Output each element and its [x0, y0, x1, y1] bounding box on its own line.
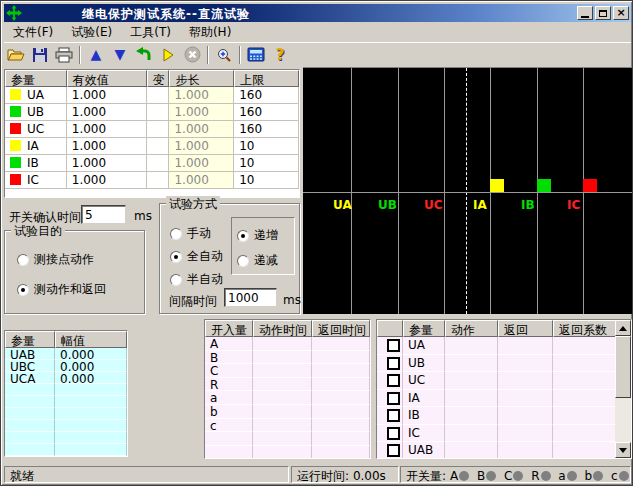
column-header: 参量	[403, 320, 445, 337]
param-limit-cell[interactable]: 160	[234, 121, 299, 138]
result-checkbox-uab[interactable]	[387, 444, 400, 457]
param-step-cell[interactable]: 1.000	[169, 155, 234, 172]
direction-option-0-radio[interactable]	[237, 230, 249, 242]
param-change-cell[interactable]	[147, 104, 170, 121]
param-value-cell[interactable]: 1.000	[67, 104, 147, 121]
undo-button[interactable]	[132, 44, 156, 66]
table-row: UAB	[377, 442, 631, 459]
status-bar: 就绪 运行时间: 0.00s 开关量: A B C R a b c	[4, 463, 631, 484]
param-value-cell[interactable]: 1.000	[67, 138, 147, 155]
help-button[interactable]: ?	[268, 44, 292, 66]
column-header: 参量	[5, 331, 55, 348]
mode-option-2-radio[interactable]	[170, 274, 182, 286]
menu-item-3[interactable]: 帮助(H)	[180, 22, 240, 43]
mode-option-1[interactable]: 全自动	[170, 248, 223, 265]
param-color-swatch	[10, 157, 21, 168]
save-button[interactable]	[28, 44, 52, 66]
table-row: A	[205, 337, 370, 351]
direction-option-1[interactable]: 递减	[237, 252, 278, 269]
table-row: B	[205, 351, 370, 365]
mode-option-0[interactable]: 手动	[170, 225, 211, 242]
param-limit-cell[interactable]: 10	[234, 172, 299, 189]
param-value-cell[interactable]: 1.000	[67, 121, 147, 138]
param-change-cell[interactable]	[147, 121, 170, 138]
app-icon[interactable]	[6, 5, 22, 21]
switch-label: 开关量:	[406, 469, 446, 483]
param-change-cell[interactable]	[147, 172, 170, 189]
step-down-button[interactable]: ▼	[108, 44, 132, 66]
table-row: UC	[377, 372, 631, 390]
close-button[interactable]: ×	[613, 6, 629, 20]
menu-item-1[interactable]: 试验(E)	[62, 22, 121, 43]
direction-group: 递增递减	[231, 217, 295, 275]
input-name-cell: c	[205, 419, 253, 433]
return-time-cell	[312, 419, 370, 433]
vertical-scrollbar[interactable]	[615, 320, 631, 458]
param-change-cell[interactable]	[147, 87, 170, 104]
table-row: UBC0.000	[5, 360, 127, 372]
param-value-cell[interactable]: 1.000	[67, 87, 147, 104]
open-button[interactable]	[4, 44, 28, 66]
param-step-cell[interactable]: 1.000	[169, 172, 234, 189]
purpose-option-1-radio[interactable]	[17, 284, 29, 296]
interval-input[interactable]	[224, 288, 277, 307]
param-step-cell[interactable]: 1.000	[169, 121, 234, 138]
result-checkbox-ia[interactable]	[387, 392, 400, 405]
scroll-up-button[interactable]	[615, 320, 631, 336]
param-change-cell[interactable]	[147, 155, 170, 172]
test-purpose-group: 试验目的 测接点动作测动作和返回	[4, 230, 145, 314]
step-up-button[interactable]: ▲	[84, 44, 108, 66]
test-chart: UAUBUCIAIBIC	[303, 67, 632, 314]
result-checkbox-ub[interactable]	[387, 357, 400, 370]
empty-cell	[55, 432, 127, 444]
print-button[interactable]	[52, 44, 76, 66]
stop-button[interactable]	[180, 44, 204, 66]
direction-option-1-radio[interactable]	[237, 255, 249, 267]
result-checkbox-ua[interactable]	[387, 339, 400, 352]
mode-option-0-radio[interactable]	[170, 228, 182, 240]
param-change-cell[interactable]	[147, 138, 170, 155]
confirm-time-input[interactable]	[81, 205, 126, 224]
run-button[interactable]	[156, 44, 180, 66]
minimize-button[interactable]	[577, 6, 593, 20]
chart-marker	[583, 179, 597, 192]
param-limit-cell[interactable]: 160	[234, 104, 299, 121]
param-value-cell[interactable]: 1.000	[67, 155, 147, 172]
param-step-cell[interactable]: 1.000	[169, 104, 234, 121]
table-row: UA1.0001.000160	[5, 87, 299, 104]
result-table-header: 参量动作返回返回系数	[377, 320, 631, 337]
menu-item-0[interactable]: 文件(F)	[4, 22, 62, 43]
column-header: 返回系数	[553, 320, 616, 337]
param-step-cell[interactable]: 1.000	[169, 138, 234, 155]
status-switches: 开关量: A B C R a b c	[400, 466, 631, 483]
result-checkbox-uc[interactable]	[387, 374, 400, 387]
param-limit-cell[interactable]: 10	[234, 138, 299, 155]
menu-item-2[interactable]: 工具(T)	[121, 22, 180, 43]
direction-option-0[interactable]: 递增	[237, 227, 278, 244]
result-checkbox-ib[interactable]	[387, 409, 400, 422]
title-bar: 继电保护测试系统--直流试验 ×	[4, 4, 631, 22]
param-limit-cell[interactable]: 10	[234, 155, 299, 172]
switch-name-A: A	[450, 469, 458, 483]
switch-name-C: C	[500, 469, 512, 483]
action-time-cell	[253, 405, 312, 419]
result-checkbox-ic[interactable]	[387, 427, 400, 440]
calculator-button[interactable]	[244, 44, 268, 66]
purpose-option-0-radio[interactable]	[17, 254, 29, 266]
purpose-option-1[interactable]: 测动作和返回	[17, 281, 106, 298]
param-step-cell[interactable]: 1.000	[169, 87, 234, 104]
purpose-option-0[interactable]: 测接点动作	[17, 251, 94, 268]
empty-cell	[312, 446, 370, 459]
scroll-down-button[interactable]	[615, 442, 631, 458]
zoom-button[interactable]	[212, 44, 236, 66]
calculator-icon	[247, 47, 265, 62]
maximize-button[interactable]	[595, 6, 611, 20]
mode-option-1-radio[interactable]	[170, 251, 182, 263]
mode-option-2[interactable]: 半自动	[170, 271, 223, 288]
param-limit-cell[interactable]: 160	[234, 87, 299, 104]
amp-name-cell: UAB	[5, 348, 55, 360]
chart-marker	[537, 179, 551, 192]
param-value-cell[interactable]: 1.000	[67, 172, 147, 189]
status-ready: 就绪	[4, 466, 289, 483]
scrollbar-thumb[interactable]	[615, 336, 631, 398]
